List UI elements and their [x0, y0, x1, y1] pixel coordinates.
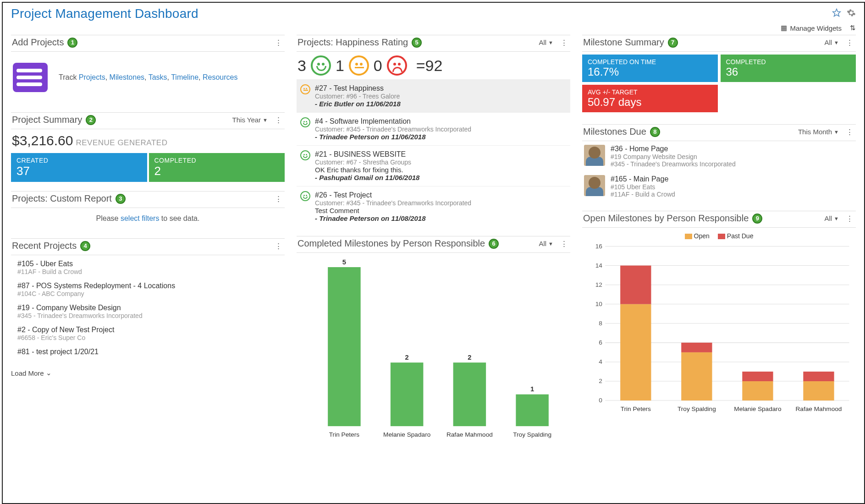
svg-rect-34 — [681, 352, 712, 400]
sad-face-icon — [387, 55, 407, 76]
svg-text:2: 2 — [468, 354, 471, 361]
neutral-face-icon — [300, 84, 310, 94]
card-title: Open Milestones by Person Responsible — [583, 213, 749, 224]
svg-text:4: 4 — [599, 358, 602, 365]
milestone-due-item[interactable]: #165 - Main Page#105 Uber Eats#11AF - Bu… — [582, 171, 856, 202]
custom-report-message: Please select filters to see data. — [11, 208, 285, 229]
completed-milestones-chart: 5Trin Peters2Melanie Spadaro2Rafae Mahmo… — [298, 257, 568, 441]
badge-icon: 6 — [489, 239, 499, 249]
kebab-icon[interactable]: ⋮ — [273, 116, 284, 124]
kebab-icon[interactable]: ⋮ — [844, 128, 855, 136]
card-title: Add Projects — [12, 37, 64, 48]
card-title: Recent Projects — [12, 241, 77, 251]
happy-face-icon — [300, 117, 310, 127]
stat-avg-target: AVG +/- TARGET50.97 days — [582, 85, 718, 112]
stat-on-time: COMPLETED ON TIME16.7% — [582, 55, 718, 82]
svg-text:Trin Peters: Trin Peters — [621, 405, 651, 412]
svg-text:10: 10 — [595, 301, 603, 307]
svg-text:12: 12 — [595, 281, 602, 288]
kebab-icon[interactable]: ⋮ — [559, 38, 569, 47]
svg-text:2: 2 — [405, 354, 409, 361]
svg-rect-41 — [803, 372, 834, 381]
happy-face-icon — [300, 191, 310, 201]
app-icon — [13, 63, 48, 92]
list-item[interactable]: #2 - Copy of New Test Project#6658 - Eri… — [17, 326, 278, 341]
filter-dropdown[interactable]: This Month▼ — [798, 128, 839, 136]
filter-dropdown[interactable]: All▼ — [539, 38, 553, 46]
svg-text:Rafae Mahmood: Rafae Mahmood — [795, 405, 842, 412]
svg-rect-37 — [742, 381, 773, 400]
manage-widgets-button[interactable]: ▦ Manage Widgets — [781, 24, 842, 32]
star-icon[interactable] — [832, 8, 841, 19]
chart-legend: Open Past Due — [584, 232, 854, 240]
svg-text:6: 6 — [599, 339, 602, 346]
list-item[interactable]: #81 - test project 1/20/21 — [17, 348, 278, 356]
avatar — [584, 175, 605, 196]
svg-rect-7 — [453, 362, 486, 426]
badge-icon: 5 — [412, 38, 422, 48]
list-item[interactable]: #87 - POS Systems Redeployment - 4 Locat… — [17, 282, 278, 297]
stat-completed: COMPLETED2 — [149, 153, 285, 182]
link-milestones[interactable]: Milestones — [110, 73, 144, 81]
svg-rect-31 — [620, 304, 651, 400]
svg-rect-4 — [391, 362, 424, 426]
link-projects[interactable]: Projects — [79, 73, 105, 81]
stat-completed: COMPLETED36 — [721, 55, 856, 82]
kebab-icon[interactable]: ⋮ — [273, 195, 284, 203]
revenue-amount: $3,216.60 — [12, 133, 73, 148]
link-tasks[interactable]: Tasks — [149, 73, 167, 81]
link-resources[interactable]: Resources — [203, 73, 237, 81]
badge-icon: 3 — [116, 194, 126, 204]
rating-item[interactable]: #21 - BUSINESS WEBSITECustomer: #67 - Sh… — [297, 145, 570, 186]
rating-item[interactable]: #26 - Test ProjectCustomer: #345 - Trina… — [297, 186, 570, 227]
card-title: Milestone Summary — [583, 37, 664, 48]
svg-rect-40 — [803, 381, 834, 400]
load-more-button[interactable]: Load More⌄ — [11, 367, 285, 379]
filter-dropdown[interactable]: All▼ — [824, 38, 839, 46]
kebab-icon[interactable]: ⋮ — [844, 38, 855, 47]
kebab-icon[interactable]: ⋮ — [273, 38, 284, 47]
svg-rect-35 — [681, 343, 712, 352]
svg-text:Troy Spalding: Troy Spalding — [678, 405, 716, 412]
svg-marker-0 — [833, 9, 841, 16]
kebab-icon[interactable]: ⋮ — [844, 214, 855, 223]
svg-text:Trin Peters: Trin Peters — [329, 431, 359, 438]
badge-icon: 4 — [80, 241, 90, 251]
sort-icon[interactable]: ⇅ — [850, 24, 856, 32]
svg-text:Rafae Mahmood: Rafae Mahmood — [446, 431, 493, 438]
track-links: Track Projects, Milestones, Tasks, Timel… — [59, 73, 237, 82]
filter-dropdown[interactable]: All▼ — [824, 214, 839, 222]
badge-icon: 7 — [668, 38, 678, 48]
chevron-down-icon: ▼ — [548, 40, 553, 45]
filter-dropdown[interactable]: This Year▼ — [232, 116, 268, 124]
svg-text:Melanie Spadaro: Melanie Spadaro — [383, 431, 431, 438]
filter-dropdown[interactable]: All▼ — [539, 240, 553, 247]
kebab-icon[interactable]: ⋮ — [273, 242, 284, 250]
kebab-icon[interactable]: ⋮ — [559, 240, 569, 248]
svg-text:Melanie Spadaro: Melanie Spadaro — [734, 405, 782, 412]
list-item[interactable]: #19 - Company Website Design#345 - Trina… — [17, 304, 278, 319]
svg-text:0: 0 — [599, 397, 602, 404]
svg-rect-32 — [620, 266, 651, 304]
avatar — [584, 145, 605, 166]
svg-text:8: 8 — [599, 320, 602, 327]
grid-icon: ▦ — [781, 24, 787, 32]
rating-item[interactable]: #27 - Test HappinessCustomer: #96 - Tree… — [297, 79, 570, 112]
revenue-label: REVENUE GENERATED — [76, 138, 167, 148]
chevron-down-icon: ▼ — [263, 117, 268, 123]
page-title: Project Management Dashboard — [11, 6, 198, 21]
open-milestones-chart: 0246810121416Trin PetersTroy SpaldingMel… — [584, 241, 854, 415]
happy-face-icon — [300, 150, 310, 160]
link-timeline[interactable]: Timeline — [171, 73, 198, 81]
list-item[interactable]: #105 - Uber Eats#11AF - Build a Crowd — [17, 260, 278, 275]
badge-icon: 2 — [86, 115, 96, 125]
svg-text:1: 1 — [530, 385, 534, 393]
rating-item[interactable]: #4 - Software ImplementationCustomer: #3… — [297, 112, 570, 145]
gear-icon[interactable] — [847, 8, 856, 19]
milestone-due-item[interactable]: #36 - Home Page#19 Company Website Desig… — [582, 141, 856, 171]
card-title: Milestones Due — [583, 126, 646, 137]
select-filters-link[interactable]: select filters — [121, 214, 159, 222]
svg-text:14: 14 — [595, 262, 603, 269]
card-title: Project Summary — [12, 115, 82, 125]
svg-rect-10 — [516, 394, 549, 426]
